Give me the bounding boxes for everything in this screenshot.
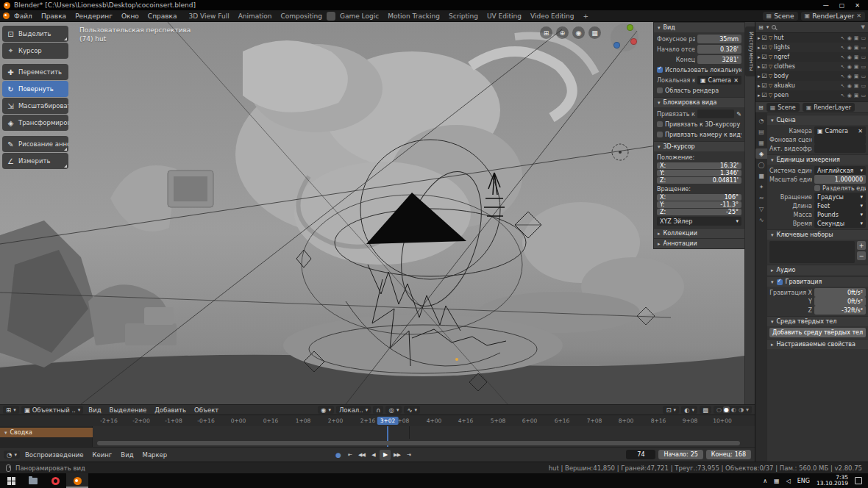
add-keying-set-button[interactable]: + (857, 241, 866, 250)
editor-type-icon[interactable]: ⊞ (758, 104, 764, 111)
checkbox-icon[interactable]: ☑ (762, 35, 767, 41)
blender-taskbar-button[interactable] (66, 473, 88, 488)
tool-cursor[interactable]: ⌖Курсор (2, 43, 68, 59)
checkbox-icon[interactable]: ☑ (762, 63, 767, 70)
file-explorer-button[interactable] (22, 473, 44, 488)
editor-type-icon[interactable]: ⊞ (758, 24, 764, 31)
orientation-dropdown[interactable]: Локал..▾ (336, 406, 371, 414)
menu-select[interactable]: Выделение (107, 406, 150, 414)
tool-annotate[interactable]: ✎Рисование аннот.. (2, 136, 68, 152)
gravity-z-field[interactable]: -32ft/s² (814, 306, 866, 315)
expand-icon[interactable]: ▸ (758, 35, 761, 41)
menu-object[interactable]: Объект (191, 406, 221, 414)
clear-icon[interactable]: ✕ (733, 77, 739, 84)
blender-menu-icon[interactable] (3, 12, 10, 19)
tab-uv-editing[interactable]: UV Editing (483, 12, 526, 21)
proportional-edit-dropdown[interactable]: ∿▾ (404, 406, 420, 414)
unit-scale-field[interactable]: 1.000000 (814, 175, 866, 184)
clip-start-field[interactable]: 0.328' (697, 45, 741, 54)
selectable-icon[interactable]: ↖ (841, 83, 845, 89)
cursor-rot-y-field[interactable]: Y:-11.3° (657, 201, 741, 208)
gravity-x-field[interactable]: 0ft/s² (814, 288, 866, 297)
checkbox-icon[interactable]: ☑ (762, 92, 767, 98)
tab-add-workspace[interactable]: + (578, 12, 593, 21)
scene-selector[interactable]: ▦ Scene (763, 12, 798, 21)
current-frame-field[interactable]: 74 (626, 450, 655, 459)
monitor-icon[interactable]: ▭ (861, 93, 866, 98)
outliner-item-hut[interactable]: ▸☑▽hut↖◉▣▭ (755, 33, 868, 43)
tab-object[interactable]: ■ (755, 171, 767, 181)
panel-header-view-lock[interactable]: ▾ Блокировка вида (654, 97, 744, 107)
checkbox-icon[interactable]: ☑ (762, 73, 767, 79)
monitor-icon[interactable]: ▭ (861, 64, 866, 70)
tab-compositing[interactable]: Compositing (277, 12, 327, 21)
outliner-item-peen[interactable]: ▸☑▽peen↖◉▣▭ (755, 90, 868, 100)
menu-add[interactable]: Добавить (152, 406, 189, 414)
language-indicator[interactable]: ENG (797, 478, 810, 484)
lock-camera-checkbox[interactable] (657, 132, 663, 137)
tab-render[interactable]: ◔ (755, 115, 767, 126)
minimize-button[interactable]: — (823, 2, 829, 9)
section-units[interactable]: ▾Единицы измерения (767, 154, 868, 165)
lock-object-field[interactable] (697, 110, 734, 118)
selectable-icon[interactable]: ↖ (841, 93, 845, 98)
breadcrumb-renderlayer[interactable]: ▣RenderLayer (803, 103, 855, 112)
frame-end-field[interactable]: Конец:168 (706, 450, 751, 459)
section-audio[interactable]: ▸Аудио (767, 265, 868, 275)
tab-modifiers[interactable]: ✦ (755, 182, 767, 192)
expand-icon[interactable]: ▸ (758, 45, 761, 51)
breadcrumb-scene[interactable]: ▦Scene (766, 103, 800, 112)
xray-toggle[interactable]: ▩ (700, 406, 711, 414)
selectable-icon[interactable]: ↖ (841, 64, 845, 70)
tool-select[interactable]: ⊡Выделить (2, 26, 68, 42)
cursor-loc-y-field[interactable]: Y:1.346' (657, 170, 741, 176)
local-camera-field[interactable]: ▣Camera✕ (697, 76, 741, 85)
nav-zoom-button[interactable]: ⊕ (556, 26, 569, 39)
sidebar-tab-tools[interactable]: Инструменты (745, 26, 755, 76)
axis-z-dot[interactable] (613, 42, 620, 49)
separate-units-checkbox[interactable] (814, 185, 820, 191)
clock[interactable]: 7:35 13.10.2019 (817, 475, 848, 487)
3d-scene[interactable] (0, 22, 755, 404)
eye-icon[interactable]: ◉ (847, 93, 852, 98)
eye-icon[interactable]: ◉ (847, 83, 852, 89)
gravity-checkbox[interactable]: ✓ (777, 279, 783, 285)
shading-wireframe-button[interactable]: ○ (716, 406, 722, 413)
tab-data[interactable]: ∿ (755, 215, 767, 225)
background-field[interactable] (814, 135, 866, 144)
tab-scene[interactable]: ◈ (755, 148, 767, 159)
tab-game-logic[interactable]: Game Logic (335, 12, 383, 21)
monitor-icon[interactable]: ▭ (861, 83, 866, 89)
mass-unit-dropdown[interactable]: Pounds▾ (814, 210, 866, 219)
eye-icon[interactable]: ◉ (847, 73, 852, 79)
outliner-item-lights[interactable]: ▸☑▽lights↖◉▣▭ (755, 43, 868, 52)
add-rigid-body-world-button[interactable]: Добавить среду твёрдых тел (769, 328, 866, 337)
menu-window[interactable]: Окно (117, 12, 143, 20)
tool-transform[interactable]: ◈Трансформиров.. (2, 115, 68, 131)
close-button[interactable]: ✕ (855, 2, 860, 9)
selectable-icon[interactable]: ↖ (841, 54, 845, 60)
active-clip-field[interactable] (814, 144, 866, 153)
jump-start-button[interactable]: ⇤ (344, 450, 355, 460)
panel-header-annotations[interactable]: ▸ Аннотации (654, 238, 744, 248)
outliner-item-clothes[interactable]: ▸☑▽clothes↖◉▣▭ (755, 62, 868, 71)
pivot-point-dropdown[interactable]: ◉▾ (318, 406, 334, 414)
cursor-rot-z-field[interactable]: Z:-25° (657, 209, 741, 215)
camera-field[interactable]: ▣Camera✕ (814, 126, 866, 135)
tab-view-layer[interactable]: ▦ (755, 137, 767, 148)
menu-marker[interactable]: Маркер (139, 451, 171, 459)
outliner-item-body[interactable]: ▸☑▽body↖◉▣▭ (755, 71, 868, 81)
outliner-item-ngref[interactable]: ▸☑▽ngref↖◉▣▭ (755, 52, 868, 62)
rotation-unit-dropdown[interactable]: Градусы▾ (814, 193, 866, 201)
render-region-checkbox[interactable] (657, 87, 663, 93)
checkbox-icon[interactable]: ☑ (762, 44, 767, 51)
expand-icon[interactable]: ▸ (758, 73, 761, 79)
shading-solid-button[interactable]: ● (723, 406, 730, 413)
gizmo-toggle[interactable]: ⊡▾ (663, 406, 679, 414)
tab-animation[interactable]: Animation (234, 12, 277, 21)
lock-cursor-checkbox[interactable] (657, 121, 663, 127)
focal-length-field[interactable]: 35mm (697, 35, 741, 43)
rotation-mode-dropdown[interactable]: XYZ Эйлер▾ (657, 217, 741, 226)
gravity-y-field[interactable]: 0ft/s² (814, 297, 866, 306)
frame-start-field[interactable]: Начало:25 (658, 450, 702, 459)
